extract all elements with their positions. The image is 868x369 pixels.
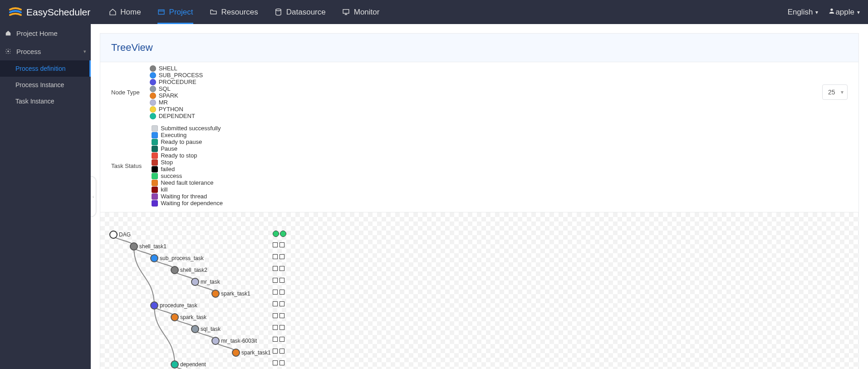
legend-dot-icon: [150, 65, 156, 72]
tree-node[interactable]: sub_process_task: [150, 254, 204, 262]
tree-node[interactable]: mr_task: [191, 278, 220, 286]
legend-square-icon: [152, 153, 158, 159]
node-icon: [211, 337, 220, 345]
nav-home-label: Home: [120, 8, 141, 17]
tree-node[interactable]: shell_task1: [130, 242, 167, 251]
legend-type-mr: MR: [150, 99, 203, 106]
status-square-icon: [280, 337, 284, 342]
tree-node[interactable]: shell_task2: [171, 266, 207, 274]
nav-project[interactable]: Project: [157, 0, 193, 24]
legend-status-pause: Pause: [152, 145, 223, 152]
tree-node[interactable]: spark_task1: [232, 349, 271, 357]
status-square-icon: [280, 242, 284, 247]
svg-point-3: [831, 9, 833, 11]
tree-canvas[interactable]: DAGshell_task1sub_process_taskshell_task…: [100, 212, 858, 369]
top-nav: EasyScheduler Home Project Resources Dat…: [0, 0, 868, 24]
legend-square-icon: [152, 146, 158, 152]
node-icon: [191, 278, 199, 286]
legend-dot-icon: [150, 79, 156, 85]
main: TreeView Node Type SHELLSUB_PROCESSPROCE…: [91, 24, 868, 369]
sidebar-project-home-label: Project Home: [16, 30, 58, 37]
legend-square-icon: [152, 166, 158, 172]
status-square-icon: [280, 325, 284, 330]
sidebar-project-home[interactable]: Project Home: [0, 24, 91, 42]
status-group: [273, 278, 285, 283]
sidebar-process-definition-label: Process definition: [15, 65, 66, 72]
home-icon: [5, 30, 12, 37]
chevron-down-icon: ▾: [83, 49, 86, 54]
language-selector[interactable]: English ▾: [788, 8, 819, 17]
tree-root[interactable]: DAG: [109, 231, 131, 239]
tree-node[interactable]: spark_task1: [211, 290, 250, 298]
status-group: [273, 266, 285, 271]
legend-type-sql: SQL: [150, 85, 203, 92]
legend-status-failed: failed: [152, 166, 223, 172]
legend-square-icon: [152, 173, 158, 179]
page-size-select[interactable]: 25: [822, 84, 848, 100]
node-icon: [171, 360, 179, 369]
brand[interactable]: EasyScheduler: [8, 7, 90, 18]
user-menu[interactable]: apple ▾: [828, 7, 860, 17]
legend-type-python: PYTHON: [150, 106, 203, 113]
status-square-icon: [280, 266, 284, 271]
legend-square-icon: [152, 193, 158, 200]
legend-type-shell: SHELL: [150, 65, 203, 72]
language-label: English: [788, 8, 813, 17]
legend-type-sub_process: SUB_PROCESS: [150, 72, 203, 79]
nav-home[interactable]: Home: [108, 0, 141, 24]
page-card: TreeView Node Type SHELLSUB_PROCESSPROCE…: [100, 33, 859, 369]
sidebar-process-instance[interactable]: Process Instance: [0, 77, 91, 93]
tree-node[interactable]: dependent: [171, 360, 206, 369]
status-square-icon: [280, 301, 284, 306]
legend-type-procedure: PROCEDURE: [150, 79, 203, 85]
node-icon: [150, 254, 158, 262]
user-icon: [828, 7, 835, 17]
legend-square-icon: [152, 125, 158, 132]
legend-square-icon: [152, 139, 158, 145]
legend-dot-icon: [150, 86, 156, 92]
legend-type-dependent: DEPENDENT: [150, 113, 203, 119]
nav-monitor[interactable]: Monitor: [342, 0, 380, 24]
sidebar-process-definition[interactable]: Process definition: [0, 60, 91, 77]
nav-resources[interactable]: Resources: [210, 0, 258, 24]
sidebar-process[interactable]: Process ▾: [0, 42, 91, 60]
legend-status-ready-to-pause: Ready to pause: [152, 138, 223, 145]
page-title: TreeView: [100, 34, 858, 62]
node-icon: [171, 266, 179, 274]
legend-dot-icon: [150, 113, 156, 119]
sidebar-process-label: Process: [16, 48, 41, 55]
status-group: [273, 360, 285, 365]
status-square-icon: [280, 349, 284, 354]
status-square-icon: [280, 360, 284, 365]
sidebar-task-instance[interactable]: Task Instance: [0, 93, 91, 109]
status-square-icon: [273, 301, 278, 306]
legend-status-submitted-successfully: Submitted successfully: [152, 125, 223, 132]
user-label: apple: [835, 8, 854, 17]
svg-rect-2: [343, 10, 349, 13]
node-icon: [130, 242, 138, 251]
tree-node[interactable]: mr_task-6003it: [211, 337, 257, 345]
status-square-icon: [273, 254, 278, 259]
status-group: [273, 349, 285, 354]
legend-dot-icon: [150, 72, 156, 79]
legend-type-spark: SPARK: [150, 92, 203, 99]
tree-node[interactable]: procedure_task: [150, 301, 197, 310]
node-icon: [150, 301, 158, 310]
project-icon: [157, 8, 166, 16]
status-square-icon: [273, 242, 278, 247]
node-icon: [171, 313, 179, 321]
nav-datasource-label: Datasource: [286, 8, 326, 17]
tree-node[interactable]: sql_task: [191, 325, 221, 333]
nav-datasource[interactable]: Datasource: [275, 0, 326, 24]
legend-task-status: Task Status Submitted successfullyExecut…: [100, 122, 858, 212]
tree-node[interactable]: spark_task: [171, 313, 206, 321]
chevron-down-icon: ▾: [815, 9, 818, 15]
sidebar-process-instance-label: Process Instance: [15, 81, 64, 89]
status-dot-icon: [273, 231, 279, 237]
legend-status-stop: Stop: [152, 159, 223, 166]
status-square-icon: [280, 313, 284, 318]
legend-status-kill: kill: [152, 186, 223, 193]
node-icon: [232, 349, 240, 357]
legend-status-waiting-for-dependence: Waiting for dependence: [152, 200, 223, 207]
status-group: [273, 254, 285, 259]
